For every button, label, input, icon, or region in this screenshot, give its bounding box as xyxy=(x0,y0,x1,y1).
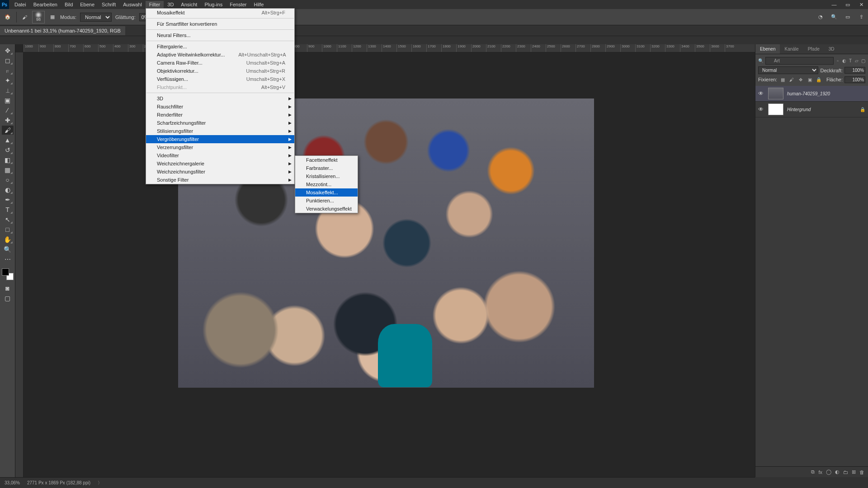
close-button[interactable]: ✕ xyxy=(854,2,868,8)
submenu-item[interactable]: Kristallisieren... xyxy=(295,172,358,180)
filter-item[interactable]: Filtergalerie... xyxy=(146,42,294,51)
menu-hilfe[interactable]: Hilfe xyxy=(250,1,267,8)
filter-category[interactable]: Weichzeichnergalerie▶ xyxy=(146,160,294,168)
filter-smart-convert[interactable]: Für Smartfilter konvertieren xyxy=(146,20,294,28)
filter-category[interactable]: Renderfilter▶ xyxy=(146,111,294,119)
filter-last[interactable]: Mosaikeffekt Alt+Strg+F xyxy=(146,9,294,17)
layer-filter-input[interactable] xyxy=(765,57,834,65)
filter-category[interactable]: 3D▶ xyxy=(146,94,294,103)
heal-tool[interactable]: ✚◢ xyxy=(2,116,14,125)
lock-all-icon[interactable]: 🔒 xyxy=(815,76,822,83)
canvas-area[interactable]: 1000900800700600500400300200100010020030… xyxy=(15,44,755,477)
layer-name[interactable]: human-740259_1920 xyxy=(787,91,830,96)
menu-bild[interactable]: Bild xyxy=(61,1,76,8)
menu-3d[interactable]: 3D xyxy=(164,1,177,8)
panel-tab-kanale[interactable]: Kanäle xyxy=(780,44,803,54)
blend-mode-select[interactable]: Normal xyxy=(80,13,112,22)
foreground-color[interactable] xyxy=(2,268,9,276)
pen-tool[interactable]: ✒◢ xyxy=(2,195,14,204)
zoom-tool[interactable]: 🔍 xyxy=(2,245,14,254)
group-icon[interactable]: 🗀 xyxy=(843,469,848,475)
color-swatches[interactable] xyxy=(2,268,14,280)
menu-datei[interactable]: Datei xyxy=(11,1,30,8)
menu-bearbeiten[interactable]: Bearbeiten xyxy=(30,1,61,8)
quickmask-tool[interactable]: ◙ xyxy=(2,284,14,293)
menu-schrift[interactable]: Schrift xyxy=(98,1,119,8)
layer-blend-select[interactable]: Normal xyxy=(758,66,818,74)
submenu-item[interactable]: Facetteneffekt xyxy=(295,156,358,164)
submenu-item[interactable]: Punktieren... xyxy=(295,197,358,205)
workspace-icon[interactable]: ▭ xyxy=(844,13,852,21)
filter-category[interactable]: Videofilter▶ xyxy=(146,151,294,160)
path-tool[interactable]: ↖◢ xyxy=(2,215,14,224)
adjustment-layer-icon[interactable]: ◐ xyxy=(835,469,840,475)
share-icon[interactable]: ⇪ xyxy=(857,13,865,21)
filter-smart-icon[interactable]: ▢ xyxy=(861,57,865,65)
maximize-button[interactable]: ▭ xyxy=(841,2,854,8)
submenu-item[interactable]: Verwackelungseffekt xyxy=(295,205,358,213)
layer-row[interactable]: 👁 Hintergrund 🔒 xyxy=(755,102,868,117)
layer-name[interactable]: Hintergrund xyxy=(787,107,811,112)
menu-filter[interactable]: Filter xyxy=(146,1,164,8)
lock-position-icon[interactable]: ✥ xyxy=(797,76,804,83)
blur-tool[interactable]: ○◢ xyxy=(2,175,14,184)
filter-item[interactable]: Objektivkorrektur...Umschalt+Strg+R xyxy=(146,67,294,75)
filter-adjust-icon[interactable]: ◐ xyxy=(842,57,846,65)
zoom-level[interactable]: 33,06% xyxy=(5,480,20,485)
deckkraft-input[interactable] xyxy=(844,67,865,74)
new-layer-icon[interactable]: ⊞ xyxy=(852,469,856,475)
filter-category[interactable]: Weichzeichnungsfilter▶ xyxy=(146,168,294,176)
doc-dimensions[interactable]: 2771 Px x 1869 Px (182,88 ppi) xyxy=(27,480,90,485)
history-brush-tool[interactable]: ↺◢ xyxy=(2,145,14,155)
brush-tool[interactable]: 🖌◢ xyxy=(2,126,14,135)
filter-category[interactable]: Stilisierungsfilter▶ xyxy=(146,127,294,135)
cloud-docs-icon[interactable]: ◔ xyxy=(816,13,825,21)
visibility-icon[interactable]: 👁 xyxy=(758,90,764,97)
menu-ebene[interactable]: Ebene xyxy=(76,1,98,8)
minimize-button[interactable]: — xyxy=(827,2,841,8)
type-tool[interactable]: T◢ xyxy=(2,205,14,214)
gradient-tool[interactable]: ▦◢ xyxy=(2,165,14,174)
status-arrow-icon[interactable]: 〉 xyxy=(98,480,102,486)
delete-layer-icon[interactable]: 🗑 xyxy=(859,469,864,475)
marquee-tool[interactable]: ◻◢ xyxy=(2,56,14,65)
menu-plugins[interactable]: Plug-ins xyxy=(201,1,226,8)
menu-ansicht[interactable]: Ansicht xyxy=(177,1,201,8)
menu-auswahl[interactable]: Auswahl xyxy=(119,1,146,8)
panel-tab-pfade[interactable]: Pfade xyxy=(803,44,824,54)
filter-category[interactable]: Verzerrungsfilter▶ xyxy=(146,143,294,151)
layer-thumbnail[interactable] xyxy=(768,103,783,115)
submenu-item[interactable]: Mosaikeffekt... xyxy=(295,188,358,197)
submenu-item[interactable]: Farbraster... xyxy=(295,164,358,172)
lock-artboard-icon[interactable]: ▣ xyxy=(806,76,813,83)
filter-item[interactable]: Adaptive Weitwinkelkorrektur...Alt+Umsch… xyxy=(146,51,294,59)
filter-item[interactable]: Verflüssigen...Umschalt+Strg+X xyxy=(146,75,294,83)
lock-transparent-icon[interactable]: ▦ xyxy=(779,76,786,83)
move-tool[interactable]: ✥◢ xyxy=(2,46,14,55)
search-icon[interactable]: 🔍 xyxy=(830,13,838,21)
link-layers-icon[interactable]: ⧉ xyxy=(811,469,815,475)
submenu-item[interactable]: Mezzotint... xyxy=(295,180,358,188)
edit-toolbar[interactable]: ⋯ xyxy=(2,255,14,264)
document-tab[interactable]: Unbenannt-1 bei 33,1% (human-740259_1920… xyxy=(0,26,125,35)
panel-tab-ebenen[interactable]: Ebenen xyxy=(755,44,780,54)
wand-tool[interactable]: ✦◢ xyxy=(2,76,14,85)
shape-tool[interactable]: □◢ xyxy=(2,225,14,234)
dodge-tool[interactable]: ◐◢ xyxy=(2,185,14,194)
layer-thumbnail[interactable] xyxy=(768,88,783,99)
panel-tab-3d[interactable]: 3D xyxy=(824,44,839,54)
filter-shape-icon[interactable]: ▱ xyxy=(854,57,859,65)
filter-category[interactable]: Scharfzeichnungsfilter▶ xyxy=(146,119,294,127)
hand-tool[interactable]: ✋◢ xyxy=(2,235,14,244)
home-icon[interactable]: 🏠 xyxy=(3,12,13,22)
brush-tool-icon[interactable]: 🖌 xyxy=(20,13,28,21)
filter-type-icon[interactable]: T xyxy=(848,57,853,65)
stamp-tool[interactable]: ▲◢ xyxy=(2,136,14,145)
eyedropper-tool[interactable]: ⁄◢ xyxy=(2,106,14,115)
filter-category[interactable]: Vergröberungsfilter▶ xyxy=(146,135,294,143)
visibility-icon[interactable]: 👁 xyxy=(758,106,764,113)
layer-fx-icon[interactable]: fx xyxy=(818,469,822,475)
filter-category[interactable]: Sonstige Filter▶ xyxy=(146,176,294,184)
filter-pixel-icon[interactable]: ▫ xyxy=(835,57,840,65)
brush-preset-picker[interactable]: 98 xyxy=(32,11,45,23)
